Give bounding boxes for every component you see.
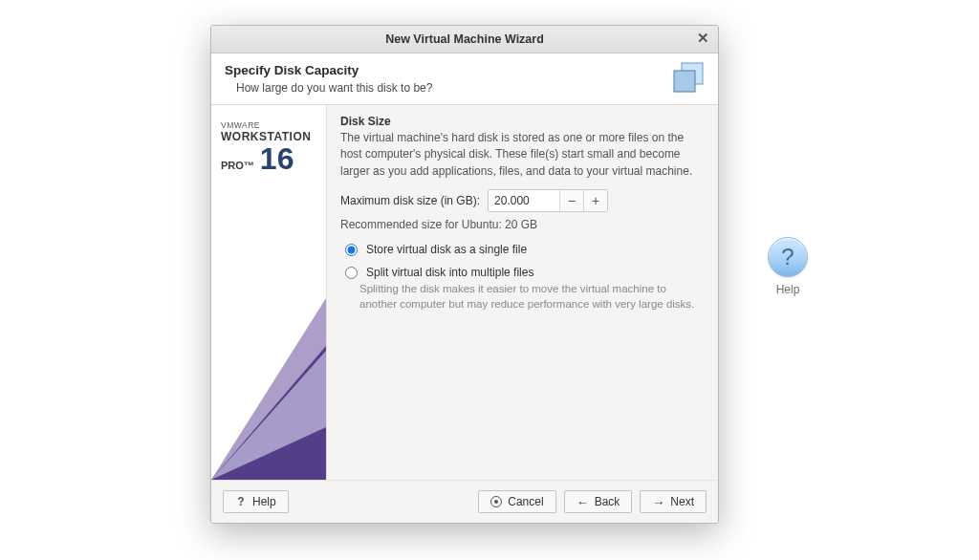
max-disk-row: Maximum disk size (in GB): − + bbox=[340, 189, 705, 212]
max-disk-field: − + bbox=[488, 189, 608, 212]
stepper-minus[interactable]: − bbox=[559, 190, 583, 211]
wizard-window: New Virtual Machine Wizard ✕ Specify Dis… bbox=[210, 25, 719, 524]
window-title: New Virtual Machine Wizard bbox=[211, 32, 718, 46]
recommended-size-text: Recommended size for Ubuntu: 20 GB bbox=[340, 218, 705, 231]
svg-rect-1 bbox=[674, 71, 695, 92]
page-title: Specify Disk Capacity bbox=[225, 63, 647, 77]
page-subtitle: How large do you want this disk to be? bbox=[236, 81, 647, 95]
help-icon: ? bbox=[768, 237, 808, 277]
option-split-files[interactable]: Split virtual disk into multiple files bbox=[340, 266, 705, 279]
help-glyph: ? bbox=[781, 244, 794, 270]
wizard-footer: ? Help Cancel ← Back → Next bbox=[211, 480, 718, 523]
option-single-label: Store virtual disk as a single file bbox=[366, 243, 527, 256]
cancel-button[interactable]: Cancel bbox=[478, 490, 555, 513]
disk-description: The virtual machine's hard disk is store… bbox=[340, 130, 705, 180]
help-button-label: Help bbox=[252, 495, 276, 508]
disks-icon bbox=[670, 61, 708, 97]
cancel-icon bbox=[490, 496, 502, 507]
max-disk-input[interactable] bbox=[489, 190, 559, 211]
help-button[interactable]: ? Help bbox=[223, 490, 289, 513]
title-bar[interactable]: New Virtual Machine Wizard ✕ bbox=[211, 26, 718, 54]
radio-single[interactable] bbox=[345, 244, 358, 256]
wizard-header: Specify Disk Capacity How large do you w… bbox=[211, 54, 718, 105]
desktop-help-shortcut[interactable]: ? Help bbox=[765, 237, 811, 296]
option-split-label: Split virtual disk into multiple files bbox=[366, 266, 533, 279]
stepper-plus[interactable]: + bbox=[583, 190, 607, 211]
arrow-right-icon: → bbox=[652, 496, 664, 508]
back-button-label: Back bbox=[595, 495, 620, 508]
brand-sidebar: VMWARE WORKSTATION PRO™ 16 bbox=[211, 105, 327, 480]
wizard-main: Disk Size The virtual machine's hard dis… bbox=[327, 105, 718, 480]
brand-graphic bbox=[211, 298, 326, 480]
section-title-disk-size: Disk Size bbox=[340, 115, 705, 128]
desktop-help-label: Help bbox=[765, 283, 811, 296]
brand-company: VMWARE bbox=[221, 120, 316, 130]
arrow-left-icon: ← bbox=[577, 496, 589, 508]
next-button-label: Next bbox=[670, 495, 694, 508]
next-button[interactable]: → Next bbox=[640, 490, 707, 513]
option-split-hint: Splitting the disk makes it easier to mo… bbox=[359, 281, 705, 312]
close-button[interactable]: ✕ bbox=[693, 30, 712, 49]
question-icon: ? bbox=[235, 495, 247, 508]
brand-edition: PRO™ bbox=[221, 160, 254, 171]
option-single-file[interactable]: Store virtual disk as a single file bbox=[340, 243, 705, 256]
cancel-button-label: Cancel bbox=[508, 495, 543, 508]
disk-storage-options: Store virtual disk as a single file Spli… bbox=[340, 243, 705, 312]
back-button[interactable]: ← Back bbox=[564, 490, 633, 513]
radio-split[interactable] bbox=[345, 267, 358, 279]
max-disk-label: Maximum disk size (in GB): bbox=[340, 194, 480, 207]
brand-version: 16 bbox=[260, 143, 294, 174]
